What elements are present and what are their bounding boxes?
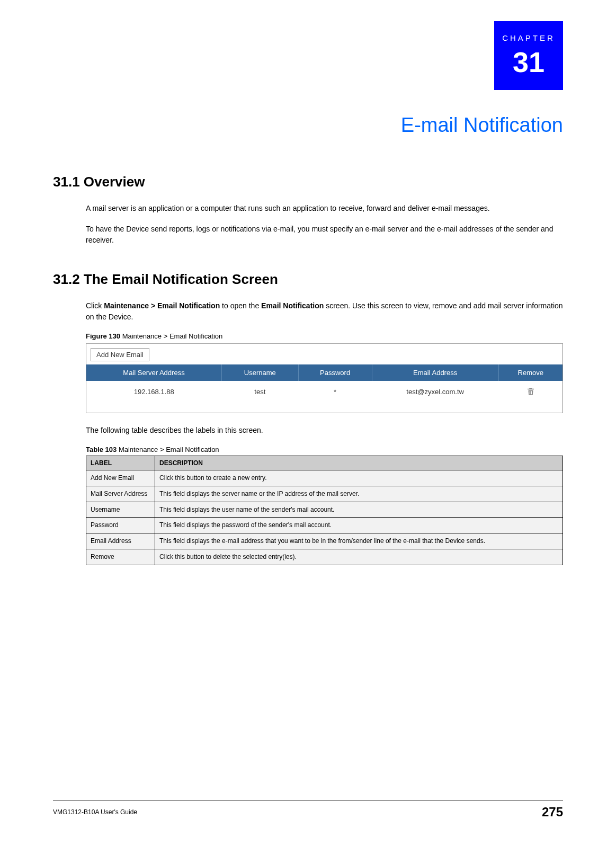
td-remove — [498, 381, 563, 402]
desc-label: Remove — [86, 549, 155, 565]
trash-icon[interactable] — [526, 387, 535, 395]
intro-mid: to open the — [220, 301, 261, 310]
th-password: Password — [298, 364, 372, 381]
desc-th-description: DESCRIPTION — [155, 456, 563, 470]
section-31-2-heading: 31.2 The Email Notification Screen — [53, 271, 563, 288]
desc-label: Add New Email — [86, 470, 155, 486]
figure-label-bold: Figure 130 — [86, 332, 120, 340]
desc-text: This field displays the server name or t… — [155, 486, 563, 502]
chapter-title: E-mail Notification — [53, 114, 563, 137]
section-31-1-p2: To have the Device send reports, logs or… — [86, 224, 563, 246]
desc-row: Add New Email Click this button to creat… — [86, 470, 563, 486]
table-label-bold: Table 103 — [86, 446, 117, 453]
screenshot-maintenance-email-notification: Add New Email Mail Server Address Userna… — [86, 343, 563, 413]
add-new-email-button[interactable]: Add New Email — [91, 348, 149, 361]
desc-row: Password This field displays the passwor… — [86, 518, 563, 533]
desc-row: Username This field displays the user na… — [86, 502, 563, 518]
intro-bold-1: Maintenance > Email Notification — [104, 301, 220, 310]
chapter-box: CHAPTER 31 — [494, 21, 563, 90]
section-31-1-heading: 31.1 Overview — [53, 174, 563, 190]
description-table: LABEL DESCRIPTION Add New Email Click th… — [86, 456, 563, 565]
table-header-row: Mail Server Address Username Password Em… — [86, 364, 563, 381]
th-username: Username — [221, 364, 298, 381]
th-mail-server-address: Mail Server Address — [86, 364, 221, 381]
table-row: 192.168.1.88 test * test@zyxel.com.tw — [86, 381, 563, 402]
page-number: 275 — [542, 805, 563, 820]
desc-row: Mail Server Address This field displays … — [86, 486, 563, 502]
intro-bold-2: Email Notification — [261, 301, 324, 310]
figure-label: Figure 130 Maintenance > Email Notificat… — [86, 332, 563, 340]
desc-th-label: LABEL — [86, 456, 155, 470]
desc-text: Click this button to create a new entry. — [155, 470, 563, 486]
td-mail-server-address: 192.168.1.88 — [86, 381, 221, 402]
desc-text: This field displays the password of the … — [155, 518, 563, 533]
footer: VMG1312-B10A User's Guide 275 — [53, 800, 563, 820]
desc-text: This field displays the e-mail address t… — [155, 533, 563, 549]
td-password: * — [298, 381, 372, 402]
desc-table-header-row: LABEL DESCRIPTION — [86, 456, 563, 470]
td-username: test — [221, 381, 298, 402]
section-31-1-p1: A mail server is an application or a com… — [86, 203, 563, 214]
desc-row: Remove Click this button to delete the s… — [86, 549, 563, 565]
desc-label: Email Address — [86, 533, 155, 549]
td-email-address: test@zyxel.com.tw — [372, 381, 498, 402]
desc-label: Mail Server Address — [86, 486, 155, 502]
section-31-2-intro: Click Maintenance > Email Notification t… — [86, 300, 563, 323]
chapter-label: CHAPTER — [502, 33, 555, 42]
desc-text: Click this button to delete the selected… — [155, 549, 563, 565]
table-label: Table 103 Maintenance > Email Notificati… — [86, 446, 563, 453]
desc-label: Password — [86, 518, 155, 533]
table-label-rest: Maintenance > Email Notification — [117, 446, 219, 453]
th-email-address: Email Address — [372, 364, 498, 381]
desc-text: This field displays the user name of the… — [155, 502, 563, 518]
table-intro: The following table describes the labels… — [86, 425, 563, 436]
th-remove: Remove — [498, 364, 563, 381]
desc-label: Username — [86, 502, 155, 518]
email-notification-table: Mail Server Address Username Password Em… — [86, 364, 563, 402]
desc-row: Email Address This field displays the e-… — [86, 533, 563, 549]
footer-guide: VMG1312-B10A User's Guide — [53, 808, 137, 816]
figure-label-rest: Maintenance > Email Notification — [120, 332, 222, 340]
intro-pre: Click — [86, 301, 104, 310]
chapter-number: 31 — [513, 46, 544, 78]
